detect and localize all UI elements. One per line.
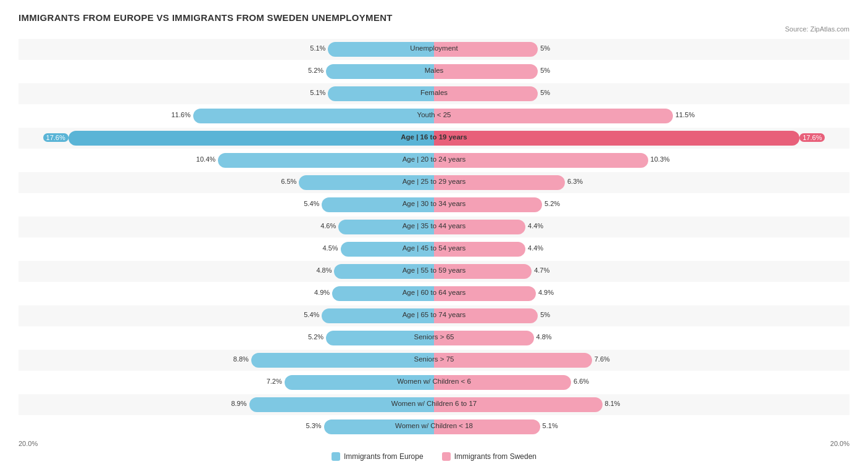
row-label: Seniors > 65 xyxy=(414,333,454,341)
row-label: Age | 60 to 64 years xyxy=(403,289,466,296)
bar-left xyxy=(328,86,434,101)
bar-right xyxy=(434,109,673,123)
val-left: 6.5% xyxy=(281,178,299,185)
chart-row: Males5.2%5% xyxy=(19,61,849,82)
bar-right xyxy=(434,86,538,101)
chart-row: Age | 45 to 54 years4.5%4.4% xyxy=(19,239,849,260)
chart-row: Seniors > 655.2%4.8% xyxy=(19,328,849,349)
chart-area: Unemployment5.1%5%Males5.2%5%Females5.1%… xyxy=(19,39,849,437)
val-left: 10.4% xyxy=(196,155,218,163)
chart-wrapper: Unemployment5.1%5%Males5.2%5%Females5.1%… xyxy=(19,39,849,447)
val-left: 4.5% xyxy=(323,244,341,252)
bar-left xyxy=(193,109,434,123)
val-left: 5.4% xyxy=(304,200,322,207)
val-right: 4.9% xyxy=(536,289,554,296)
chart-title: IMMIGRANTS FROM EUROPE VS IMMIGRANTS FRO… xyxy=(19,12,849,23)
val-left: 5.1% xyxy=(310,89,328,96)
row-label: Age | 30 to 34 years xyxy=(403,200,466,207)
chart-row: Women w/ Children 6 to 178.9%8.1% xyxy=(19,394,849,415)
legend-label-left: Immigrants from Europe xyxy=(344,452,424,461)
chart-row: Women w/ Children < 185.3%5.1% xyxy=(19,416,849,437)
val-right: 5% xyxy=(538,44,550,52)
row-label: Age | 55 to 59 years xyxy=(403,267,466,274)
val-right: 5.1% xyxy=(540,422,558,429)
chart-row: Women w/ Children < 67.2%6.6% xyxy=(19,372,849,393)
val-right: 8.1% xyxy=(603,400,620,407)
chart-row: Age | 25 to 29 years6.5%6.3% xyxy=(19,172,849,193)
val-right: 6.6% xyxy=(571,378,589,385)
val-left: 5.3% xyxy=(306,422,324,429)
chart-row: Age | 60 to 64 years4.9%4.9% xyxy=(19,283,849,304)
chart-row: Age | 55 to 59 years4.8%4.7% xyxy=(19,261,849,282)
val-left: 17.6% xyxy=(43,133,69,142)
row-label: Youth < 25 xyxy=(417,111,451,118)
row-label: Women w/ Children < 6 xyxy=(397,378,471,385)
chart-row: Seniors > 758.8%7.6% xyxy=(19,350,849,371)
bar-left xyxy=(326,64,434,79)
legend-label-right: Immigrants from Sweden xyxy=(454,452,536,461)
val-left: 4.9% xyxy=(314,289,332,296)
chart-row: Females5.1%5% xyxy=(19,83,849,104)
row-label: Women w/ Children < 18 xyxy=(395,422,473,429)
chart-row: Unemployment5.1%5% xyxy=(19,39,849,60)
row-label: Women w/ Children 6 to 17 xyxy=(391,400,477,407)
row-label: Age | 45 to 54 years xyxy=(403,244,466,252)
val-right: 6.3% xyxy=(565,178,583,185)
chart-row: Age | 20 to 24 years10.4%10.3% xyxy=(19,150,849,171)
bar-right xyxy=(434,64,538,79)
val-left: 7.2% xyxy=(267,378,285,385)
chart-row: Age | 16 to 19 years17.6%17.6% xyxy=(19,128,849,149)
row-label: Age | 16 to 19 years xyxy=(401,133,467,141)
val-right: 5% xyxy=(538,311,550,318)
val-left: 11.6% xyxy=(171,111,193,118)
row-label: Age | 20 to 24 years xyxy=(403,155,466,163)
legend-box-right xyxy=(442,452,451,461)
val-right: 11.5% xyxy=(673,111,695,118)
bar-right xyxy=(434,353,592,368)
val-right: 4.7% xyxy=(532,267,549,274)
row-label: Age | 65 to 74 years xyxy=(403,311,466,318)
val-right: 7.6% xyxy=(592,355,610,363)
val-left: 4.6% xyxy=(320,222,338,229)
val-right: 17.6% xyxy=(799,133,825,142)
legend: Immigrants from Europe Immigrants from S… xyxy=(19,452,849,461)
axis-right: 20.0% xyxy=(830,440,849,447)
val-right: 10.3% xyxy=(648,155,670,163)
val-right: 4.4% xyxy=(525,244,543,252)
val-left: 8.9% xyxy=(231,400,249,407)
val-left: 5.2% xyxy=(308,333,326,341)
row-label: Seniors > 75 xyxy=(414,355,454,363)
val-right: 5% xyxy=(538,67,550,74)
chart-row: Youth < 2511.6%11.5% xyxy=(19,105,849,126)
row-label: Unemployment xyxy=(410,44,457,52)
chart-row: Age | 30 to 34 years5.4%5.2% xyxy=(19,194,849,215)
val-right: 4.8% xyxy=(534,333,552,341)
val-left: 5.4% xyxy=(304,311,322,318)
source-label: Source: ZipAtlas.com xyxy=(19,25,849,33)
val-left: 5.2% xyxy=(308,67,326,74)
chart-row: Age | 65 to 74 years5.4%5% xyxy=(19,305,849,326)
axis-labels: 20.0% 20.0% xyxy=(19,440,849,447)
legend-box-left xyxy=(332,452,340,461)
page-container: IMMIGRANTS FROM EUROPE VS IMMIGRANTS FRO… xyxy=(19,12,849,461)
legend-item-left: Immigrants from Europe xyxy=(332,452,424,461)
bar-right xyxy=(434,153,648,168)
bar-left xyxy=(251,353,434,368)
val-left: 5.1% xyxy=(310,44,328,52)
chart-row: Age | 35 to 44 years4.6%4.4% xyxy=(19,217,849,238)
val-right: 5.2% xyxy=(542,200,560,207)
axis-left: 20.0% xyxy=(19,440,38,447)
row-label: Females xyxy=(420,89,448,96)
bar-left xyxy=(69,131,434,146)
bar-right xyxy=(434,131,799,146)
bar-left xyxy=(218,153,434,168)
legend-item-right: Immigrants from Sweden xyxy=(442,452,536,461)
row-label: Age | 35 to 44 years xyxy=(403,222,466,229)
val-left: 4.8% xyxy=(316,267,334,274)
val-right: 5% xyxy=(538,89,550,96)
row-label: Males xyxy=(425,67,444,74)
val-left: 8.8% xyxy=(233,355,251,363)
val-right: 4.4% xyxy=(525,222,543,229)
row-label: Age | 25 to 29 years xyxy=(403,178,466,185)
